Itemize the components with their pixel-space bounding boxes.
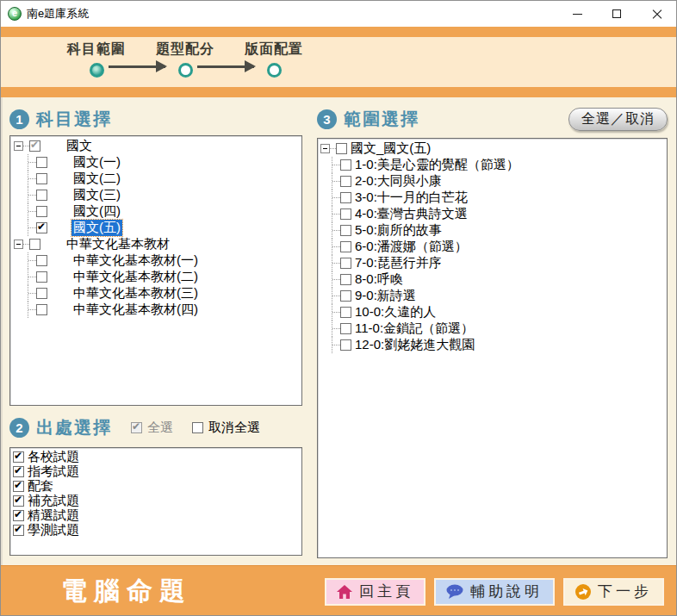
tree-label[interactable]: 國文_國文(五) — [349, 140, 432, 157]
range-checkbox[interactable] — [340, 241, 351, 252]
subject-checkbox[interactable] — [36, 288, 47, 299]
next-button-label: 下一步 — [598, 582, 652, 601]
source-checkbox[interactable] — [13, 451, 24, 463]
tree-row: 1-0:美是心靈的覺醒（節選） — [318, 157, 667, 173]
subject-checkbox[interactable] — [36, 157, 47, 168]
range-checkbox[interactable] — [336, 143, 347, 154]
collapse-toggle-icon[interactable] — [14, 141, 23, 151]
tree-label[interactable]: 中華文化基本教材 — [65, 236, 171, 252]
section-title: 範圍選擇 — [344, 108, 419, 131]
range-checkbox[interactable] — [340, 208, 351, 220]
footer-buttons: 回主頁 輔助說明 下一步 — [325, 578, 664, 606]
section-number-badge: 2 — [9, 418, 29, 438]
tree-label[interactable]: 國文(一) — [71, 154, 122, 171]
maximize-button[interactable] — [597, 1, 637, 27]
tree-label[interactable]: 11-0:金鎖記（節選） — [353, 320, 475, 337]
source-label[interactable]: 學測試題 — [28, 522, 79, 538]
right-column: 3 範圍選擇 全選／取消 國文_國文(五) 1-0:美是心靈的覺醒（節選） — [317, 103, 668, 558]
deselect-all-label: 取消全選 — [208, 420, 260, 436]
range-checkbox[interactable] — [340, 339, 351, 351]
range-checkbox[interactable] — [340, 274, 351, 285]
tree-row: 5-0:廁所的故事 — [318, 222, 667, 239]
tree-label[interactable]: 國文 — [65, 138, 94, 154]
range-checkbox[interactable] — [340, 307, 351, 318]
arrow-right-icon — [109, 65, 165, 68]
tree-label[interactable]: 中華文化基本教材(一) — [71, 252, 200, 269]
source-checkbox[interactable] — [13, 466, 24, 477]
minimize-button[interactable] — [557, 1, 597, 27]
tree-row: 中華文化基本教材 — [10, 236, 301, 252]
tree-label[interactable]: 中華文化基本教材(四) — [71, 302, 200, 318]
tree-label[interactable]: 8-0:呼喚 — [353, 271, 405, 288]
tree-label[interactable]: 5-0:廁所的故事 — [353, 222, 444, 239]
tree-label[interactable]: 2-0:大同與小康 — [353, 173, 444, 190]
subject-checkbox[interactable] — [29, 239, 40, 250]
collapse-toggle-icon[interactable] — [14, 240, 23, 249]
range-checkbox[interactable] — [340, 323, 351, 334]
subject-checkbox[interactable] — [36, 173, 47, 184]
range-section-header: 3 範圍選擇 全選／取消 — [317, 103, 668, 135]
select-all-checkbox[interactable] — [131, 422, 142, 433]
next-step-button[interactable]: 下一步 — [563, 578, 664, 606]
range-tree: 國文_國文(五) 1-0:美是心靈的覺醒（節選） 2-0:大同與小康 — [317, 138, 668, 558]
tree-row: 8-0:呼喚 — [318, 271, 667, 288]
range-checkbox[interactable] — [340, 225, 351, 236]
range-checkbox[interactable] — [340, 159, 351, 171]
source-checkbox[interactable] — [13, 525, 24, 536]
tree-label[interactable]: 國文(五) — [71, 220, 122, 236]
range-checkbox[interactable] — [340, 258, 351, 269]
tree-label[interactable]: 中華文化基本教材(二) — [71, 269, 200, 285]
close-button[interactable] — [637, 1, 676, 27]
tree-label[interactable]: 國文(三) — [71, 187, 122, 203]
help-button[interactable]: 輔助說明 — [434, 578, 555, 606]
step-label: 題型配分 — [156, 40, 214, 59]
collapse-toggle-icon[interactable] — [320, 144, 330, 153]
range-checkbox[interactable] — [340, 192, 351, 203]
section-title: 出處選擇 — [36, 416, 112, 439]
tree-label[interactable]: 國文(二) — [71, 171, 122, 187]
tree-row: 11-0:金鎖記（節選） — [318, 320, 667, 337]
wizard-stepper: 科目範圍 題型配分 版面配置 — [59, 37, 311, 78]
subject-checkbox[interactable] — [36, 190, 47, 201]
tree-label[interactable]: 4-0:臺灣古典詩文選 — [353, 206, 469, 222]
home-button-label: 回主頁 — [359, 582, 413, 601]
range-checkbox[interactable] — [340, 176, 351, 187]
step-subject-range[interactable]: 科目範圍 — [59, 40, 134, 78]
tree-label[interactable]: 中華文化基本教材(三) — [71, 285, 200, 302]
help-button-label: 輔助說明 — [470, 582, 543, 601]
tree-label[interactable]: 7-0:琵琶行并序 — [353, 255, 444, 271]
source-list: 各校試題 指考試題 配套 補充試題 精選試題 — [9, 447, 302, 556]
left-column: 1 科目選擇 國文 國文(一) — [9, 103, 302, 558]
tree-label[interactable]: 10-0:久違的人 — [353, 304, 438, 320]
source-checkbox[interactable] — [13, 495, 24, 507]
tree-label[interactable]: 6-0:潘渡娜（節選） — [353, 239, 469, 255]
source-checkbox[interactable] — [13, 481, 24, 492]
tree-row-selected: 國文(五) — [10, 220, 301, 236]
tree-label[interactable]: 國文(四) — [71, 203, 122, 220]
tree-row: 國文(二) — [10, 171, 301, 187]
tree-label[interactable]: 12-0:劉姥姥進大觀園 — [353, 337, 476, 353]
tree-row: 6-0:潘渡娜（節選） — [318, 239, 667, 255]
subject-checkbox[interactable] — [36, 255, 47, 266]
subject-checkbox[interactable] — [36, 304, 47, 315]
source-checkbox[interactable] — [13, 510, 24, 521]
tree-row: 10-0:久違的人 — [318, 304, 667, 320]
list-item: 各校試題 — [10, 450, 301, 464]
subject-checkbox[interactable] — [36, 271, 47, 283]
source-section-header: 2 出處選擇 全選 取消全選 — [9, 413, 302, 442]
subject-checkbox[interactable] — [36, 222, 47, 233]
tree-row: 中華文化基本教材(三) — [10, 285, 301, 302]
subject-checkbox[interactable] — [36, 206, 47, 217]
tree-label[interactable]: 1-0:美是心靈的覺醒（節選） — [353, 157, 521, 173]
window-controls — [557, 1, 676, 27]
step-circle-icon — [267, 63, 282, 78]
tree-row: 3-0:十一月的白芒花 — [318, 190, 667, 206]
list-item: 配套 — [10, 479, 301, 494]
select-all-toggle-button[interactable]: 全選／取消 — [568, 108, 668, 131]
tree-label[interactable]: 9-0:新詩選 — [353, 288, 418, 304]
subject-checkbox[interactable] — [29, 140, 40, 152]
home-button[interactable]: 回主頁 — [325, 578, 425, 606]
deselect-all-checkbox[interactable] — [192, 422, 203, 433]
tree-label[interactable]: 3-0:十一月的白芒花 — [353, 190, 469, 206]
range-checkbox[interactable] — [340, 290, 351, 302]
